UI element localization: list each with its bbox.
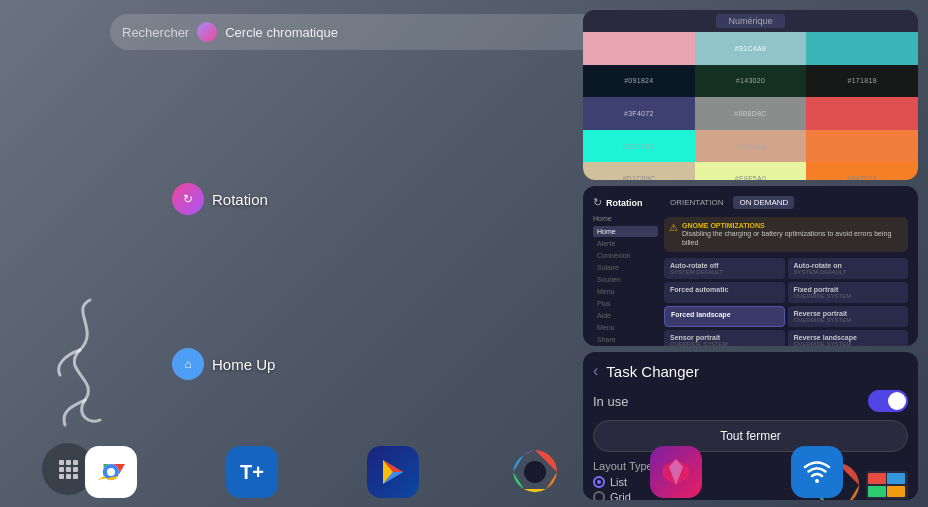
svg-point-10 xyxy=(524,461,546,483)
option-title-6: Sensor portrait xyxy=(670,334,779,341)
dock-shape-icon[interactable] xyxy=(650,446,702,498)
option-sub-7: OVERRIDE SYSTEM xyxy=(794,341,903,346)
option-title-3: Fixed portrait xyxy=(794,286,903,293)
rotation-card-title: Rotation xyxy=(606,198,643,208)
color-cell-1: #91C4A8 xyxy=(695,32,807,65)
rotation-option-0[interactable]: Auto-rotate off SYSTEM DEFAULT xyxy=(664,258,785,279)
sidebar-item-6[interactable]: Plus xyxy=(593,298,658,309)
palette-tab-label: Numérique xyxy=(716,14,784,28)
rotation-option-7[interactable]: Reverse landscape OVERRIDE SYSTEM xyxy=(788,330,909,346)
task-card-title: Task Changer xyxy=(606,363,699,380)
task-inuse-label: In use xyxy=(593,394,628,409)
task-card-header: ‹ Task Changer xyxy=(593,362,908,380)
svg-point-13 xyxy=(815,479,819,483)
color-cell-4: #143020 xyxy=(695,65,807,98)
tab-on-demand[interactable]: ON DEMAND xyxy=(733,196,794,209)
option-sub-6: OVERRIDE SYSTEM xyxy=(670,341,779,346)
dock: T+ xyxy=(0,437,928,507)
color-cell-5: #171818 xyxy=(806,65,918,98)
rotation-option-4[interactable]: Forced landscape xyxy=(664,306,785,327)
color-cell-9: #1CF4D5 xyxy=(583,130,695,163)
color-cell-10: #D2A48A xyxy=(695,130,807,163)
rotation-settings-card: ↻ Rotation Home HomeAlerteConnexionSolai… xyxy=(583,186,918,346)
option-sub-0: SYSTEM DEFAULT xyxy=(670,269,779,275)
option-title-1: Auto-rotate on xyxy=(794,262,903,269)
inuse-toggle[interactable] xyxy=(868,390,908,412)
dock-tplus-icon[interactable]: T+ xyxy=(226,446,278,498)
dock-wifi-icon[interactable] xyxy=(791,446,843,498)
warning-title: GNOME OPTIMIZATIONS xyxy=(682,222,903,229)
svg-point-4 xyxy=(107,468,115,476)
color-cell-13: #E8F5A0 xyxy=(695,162,807,180)
color-cell-12: #D1C09C xyxy=(583,162,695,180)
sidebar-item-4[interactable]: Soutien xyxy=(593,274,658,285)
dock-chrome-icon[interactable] xyxy=(85,446,137,498)
rotation-option-5[interactable]: Reverse portrait OVERRIDE SYSTEM xyxy=(788,306,909,327)
sidebar-item-7[interactable]: Aide xyxy=(593,310,658,321)
option-title-4: Forced landscape xyxy=(671,311,778,318)
search-avatar-icon xyxy=(197,22,217,42)
rotation-option-2[interactable]: Forced automatic xyxy=(664,282,785,303)
option-title-2: Forced automatic xyxy=(670,286,779,293)
color-cell-11 xyxy=(806,130,918,163)
rotation-options-grid: Auto-rotate off SYSTEM DEFAULT Auto-rota… xyxy=(664,258,908,346)
color-cell-7: #8B8D8C xyxy=(695,97,807,130)
rotation-tabs: ORIENTATION ON DEMAND xyxy=(664,196,908,209)
rotation-card-subtitle: Home xyxy=(593,215,658,222)
color-cell-3: #091824 xyxy=(583,65,695,98)
dock-playstore-icon[interactable] xyxy=(367,446,419,498)
card-area: Numérique #91C4A8#091824#143020#171818#3… xyxy=(583,10,918,500)
sidebar-item-9[interactable]: Share xyxy=(593,334,658,345)
color-grid: #91C4A8#091824#143020#171818#3F4072#8B8D… xyxy=(583,32,918,180)
sidebar-item-0[interactable]: Home xyxy=(593,226,658,237)
option-title-7: Reverse landscape xyxy=(794,334,903,341)
rotation-option-6[interactable]: Sensor portrait OVERRIDE SYSTEM xyxy=(664,330,785,346)
sidebar-item-8[interactable]: Menu xyxy=(593,322,658,333)
tab-orientation[interactable]: ORIENTATION xyxy=(664,196,729,209)
squiggle-drawing xyxy=(30,290,150,430)
rotation-main-content: ORIENTATION ON DEMAND ⚠ GNOME OPTIMIZATI… xyxy=(664,196,908,346)
sidebar-item-2[interactable]: Connexion xyxy=(593,250,658,261)
rotation-app-icon: ↻ xyxy=(172,183,204,215)
warning-text: Disabling the charging or battery optimi… xyxy=(682,229,903,247)
homeup-label-text: Home Up xyxy=(212,356,275,373)
sidebar-item-3[interactable]: Solaire xyxy=(593,262,658,273)
rotation-app-label[interactable]: ↻ Rotation xyxy=(172,183,268,215)
color-cell-6: #3F4072 xyxy=(583,97,695,130)
rotation-sidebar: ↻ Rotation Home HomeAlerteConnexionSolai… xyxy=(593,196,658,346)
rotation-option-3[interactable]: Fixed portrait OVERRIDE SYSTEM xyxy=(788,282,909,303)
color-cell-2 xyxy=(806,32,918,65)
color-cell-14: #F47F26 xyxy=(806,162,918,180)
color-cell-8 xyxy=(806,97,918,130)
sidebar-item-1[interactable]: Alerte xyxy=(593,238,658,249)
search-label: Cercle chromatique xyxy=(225,25,338,40)
option-sub-1: SYSTEM DEFAULT xyxy=(794,269,903,275)
option-title-5: Reverse portrait xyxy=(794,310,903,317)
rotation-label-text: Rotation xyxy=(212,191,268,208)
color-cell-0 xyxy=(583,32,695,65)
option-title-0: Auto-rotate off xyxy=(670,262,779,269)
homeup-app-icon: ⌂ xyxy=(172,348,204,380)
option-sub-3: OVERRIDE SYSTEM xyxy=(794,293,903,299)
task-inuse-row: In use xyxy=(593,390,908,412)
color-palette-card: Numérique #91C4A8#091824#143020#171818#3… xyxy=(583,10,918,180)
rotation-option-1[interactable]: Auto-rotate on SYSTEM DEFAULT xyxy=(788,258,909,279)
search-placeholder: Rechercher xyxy=(122,25,189,40)
back-icon[interactable]: ‹ xyxy=(593,362,598,380)
sidebar-item-5[interactable]: Menu xyxy=(593,286,658,297)
dock-colorwheel-icon[interactable] xyxy=(509,446,561,498)
option-sub-5: OVERRIDE SYSTEM xyxy=(794,317,903,323)
rotation-warning: ⚠ GNOME OPTIMIZATIONS Disabling the char… xyxy=(664,217,908,252)
homeup-app-label[interactable]: ⌂ Home Up xyxy=(172,348,275,380)
